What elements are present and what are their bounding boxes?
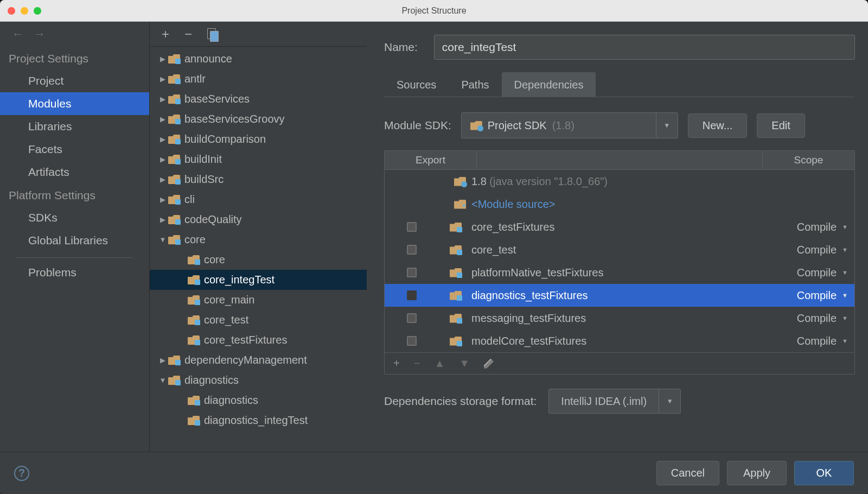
sidebar-item-global-libraries[interactable]: Global Libraries [0, 229, 149, 252]
minimize-icon[interactable] [21, 7, 28, 15]
module-folder-icon [188, 275, 200, 284]
close-icon[interactable] [8, 7, 15, 15]
scope-column-header[interactable]: Scope [762, 151, 854, 169]
expand-icon[interactable]: ▶ [157, 356, 168, 364]
tree-node[interactable]: core_testFixtures [150, 330, 367, 350]
sidebar-item-libraries[interactable]: Libraries [0, 115, 149, 138]
add-icon[interactable]: + [162, 27, 169, 42]
tree-node[interactable]: core_main [150, 290, 367, 310]
ok-button[interactable]: OK [794, 461, 854, 485]
tree-node[interactable]: ▶buildComparison [150, 129, 367, 149]
module-folder-icon [450, 314, 462, 323]
module-name-input[interactable] [434, 35, 855, 60]
module-tree[interactable]: ▶announce▶antlr▶baseServices▶baseService… [150, 47, 367, 452]
expand-icon[interactable]: ▶ [157, 55, 168, 63]
copy-icon[interactable] [207, 28, 217, 40]
export-checkbox[interactable] [407, 336, 417, 346]
tree-node-label: core [204, 254, 225, 266]
collapse-icon[interactable]: ▼ [157, 376, 168, 384]
sidebar-item-problems[interactable]: Problems [0, 261, 149, 284]
edit-dep-icon[interactable] [484, 359, 494, 369]
new-sdk-button[interactable]: New... [688, 113, 748, 138]
sidebar-toolbar: ← → [0, 22, 149, 47]
back-icon[interactable]: ← [12, 27, 24, 41]
export-checkbox[interactable] [407, 222, 417, 232]
module-folder-icon [188, 416, 200, 425]
expand-icon[interactable]: ▶ [157, 195, 168, 204]
zoom-icon[interactable] [34, 7, 41, 15]
tree-node[interactable]: core_test [150, 310, 367, 330]
tree-node[interactable]: ▶dependencyManagement [150, 350, 367, 370]
dependency-row[interactable]: <Module source> [385, 193, 854, 216]
dependency-row[interactable]: diagnostics_testFixturesCompile▼ [385, 284, 854, 307]
sidebar-item-sdks[interactable]: SDKs [0, 206, 149, 229]
remove-dep-icon[interactable]: − [414, 357, 420, 370]
help-icon[interactable]: ? [14, 466, 29, 481]
module-folder-icon [168, 155, 180, 164]
remove-icon[interactable]: − [184, 27, 192, 42]
scope-select[interactable]: Compile▼ [773, 221, 854, 233]
tree-node[interactable]: core [150, 250, 367, 270]
tree-node[interactable]: ▶buildSrc [150, 169, 367, 189]
tree-node-label: announce [184, 53, 232, 65]
tab-paths[interactable]: Paths [449, 72, 501, 97]
scope-select[interactable]: Compile▼ [773, 244, 854, 256]
scope-select[interactable]: Compile▼ [773, 267, 854, 279]
export-checkbox[interactable] [407, 268, 417, 277]
tree-node[interactable]: diagnostics [150, 390, 367, 410]
titlebar[interactable]: Project Structure [0, 0, 868, 22]
export-checkbox[interactable] [407, 290, 417, 300]
scope-select[interactable]: Compile▼ [773, 289, 854, 302]
expand-icon[interactable]: ▶ [157, 115, 168, 123]
tree-node[interactable]: core_integTest [150, 270, 367, 290]
module-folder-icon [188, 295, 200, 305]
dependency-row[interactable]: messaging_testFixturesCompile▼ [385, 307, 854, 330]
storage-format-select[interactable]: IntelliJ IDEA (.iml) ▼ [548, 389, 681, 414]
tree-node[interactable]: diagnostics_integTest [150, 410, 367, 430]
module-folder-icon [168, 376, 180, 385]
dependency-row[interactable]: core_testFixturesCompile▼ [385, 216, 854, 238]
tree-node[interactable]: ▶baseServices [150, 89, 367, 109]
apply-button[interactable]: Apply [727, 461, 787, 485]
tree-node[interactable]: ▶codeQuality [150, 210, 367, 230]
sidebar-item-artifacts[interactable]: Artifacts [0, 161, 149, 183]
sidebar-item-modules[interactable]: Modules [0, 92, 149, 115]
tab-dependencies[interactable]: Dependencies [502, 72, 596, 97]
module-sdk-select[interactable]: Project SDK (1.8) ▼ [461, 112, 678, 138]
dependency-row[interactable]: modelCore_testFixturesCompile▼ [385, 330, 854, 352]
dependency-row[interactable]: platformNative_testFixturesCompile▼ [385, 261, 854, 284]
move-down-icon[interactable]: ▼ [459, 357, 470, 370]
tree-node[interactable]: ▶antlr [150, 69, 367, 89]
move-up-icon[interactable]: ▲ [434, 357, 445, 370]
export-column-header[interactable]: Export [385, 151, 477, 169]
export-checkbox[interactable] [407, 245, 417, 255]
forward-icon[interactable]: → [34, 27, 46, 41]
scope-select[interactable]: Compile▼ [773, 312, 854, 325]
cancel-button[interactable]: Cancel [656, 461, 719, 485]
expand-icon[interactable]: ▶ [157, 75, 168, 83]
add-dep-icon[interactable]: + [393, 357, 400, 370]
sidebar-item-project[interactable]: Project [0, 69, 149, 92]
tree-node[interactable]: ▶buildInit [150, 149, 367, 169]
expand-icon[interactable]: ▶ [157, 135, 168, 143]
dependency-row[interactable]: core_testCompile▼ [385, 238, 854, 261]
expand-icon[interactable]: ▶ [157, 175, 168, 183]
detail-tabs: SourcesPathsDependencies [384, 72, 855, 97]
export-checkbox[interactable] [407, 313, 417, 323]
tree-node[interactable]: ▶announce [150, 49, 367, 69]
tree-node-label: diagnostics [204, 394, 258, 407]
tab-sources[interactable]: Sources [384, 72, 449, 97]
tree-node[interactable]: ▼core [150, 230, 367, 250]
sidebar-item-facets[interactable]: Facets [0, 138, 149, 161]
tree-node[interactable]: ▶baseServicesGroovy [150, 109, 367, 129]
tree-node[interactable]: ▶cli [150, 189, 367, 210]
scope-select[interactable]: Compile▼ [773, 335, 854, 347]
tree-node[interactable]: ▼diagnostics [150, 370, 367, 390]
module-folder-icon [188, 335, 200, 345]
dependency-row[interactable]: 1.8 (java version "1.8.0_66") [385, 170, 854, 193]
expand-icon[interactable]: ▶ [157, 216, 168, 224]
expand-icon[interactable]: ▶ [157, 95, 168, 103]
expand-icon[interactable]: ▶ [157, 155, 168, 163]
edit-sdk-button[interactable]: Edit [757, 113, 805, 138]
collapse-icon[interactable]: ▼ [157, 236, 168, 244]
